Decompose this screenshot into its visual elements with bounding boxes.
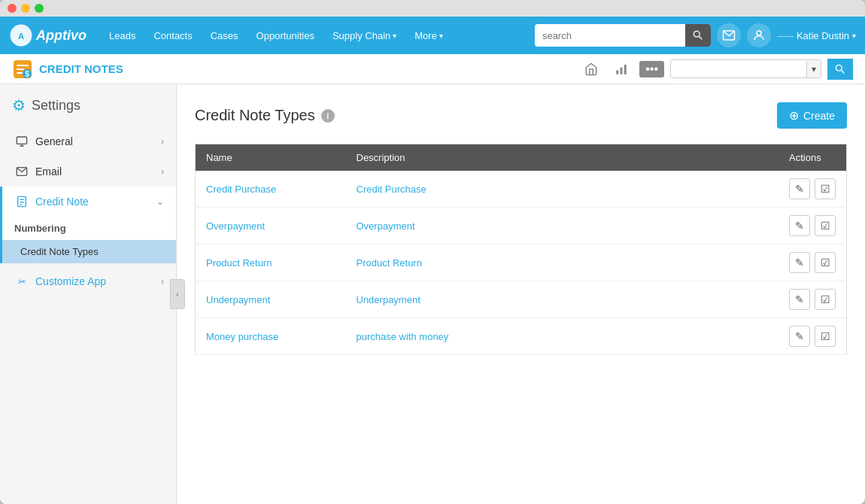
tools-icon: ✂ [14,274,29,289]
sub-header: $ CREDIT NOTES ••• [0,54,865,84]
sidebar: ⚙ Settings General › [0,84,177,504]
row-name-4[interactable]: Money purchase [196,318,346,355]
check-button-0[interactable]: ☑ [815,178,836,199]
table-row: Underpayment Underpayment ✎ ☑ [196,281,847,318]
svg-line-3 [699,36,702,39]
maximize-button[interactable] [35,4,44,13]
sub-search-wrap: ▾ [670,59,821,78]
info-icon[interactable]: i [321,109,335,123]
svg-line-16 [841,70,844,73]
search-input[interactable] [535,26,685,45]
nav-more[interactable]: More ▾ [407,26,451,46]
row-name-1[interactable]: Overpayment [196,208,346,244]
nav-opportunities[interactable]: Opportunities [249,26,322,46]
customize-chevron: › [161,276,164,287]
check-button-3[interactable]: ☑ [815,289,836,310]
user-menu[interactable]: —— Katie Dustin ▾ [777,30,856,41]
edit-button-3[interactable]: ✎ [789,289,810,310]
table-row: Product Return Product Return ✎ ☑ [196,244,847,281]
sidebar-item-customize[interactable]: ✂ Customize App › [0,266,176,296]
svg-text:A: A [18,32,24,41]
dots-button[interactable]: ••• [639,61,664,77]
sub-search-go[interactable] [827,59,853,80]
monitor-icon [14,134,29,149]
credit-notes-icon: $ [12,59,33,80]
svg-rect-7 [17,65,29,66]
svg-rect-13 [621,67,623,74]
sub-search-dropdown[interactable]: ▾ [806,61,821,77]
sidebar-item-general[interactable]: General › [0,126,176,156]
search-button[interactable] [685,24,711,47]
user-icon-btn[interactable] [747,23,771,47]
row-desc-4: purchase with money [346,318,779,355]
svg-rect-8 [17,68,24,70]
home-icon [584,62,598,76]
gear-icon: ⚙ [12,96,26,114]
close-button[interactable] [8,4,17,13]
col-description: Description [346,144,779,172]
home-icon-btn[interactable] [579,57,603,81]
nav-right: —— Katie Dustin ▾ [535,23,856,47]
sidebar-item-email[interactable]: Email › [0,156,176,187]
row-desc-2: Product Return [346,244,779,281]
sidebar-menu: General › Email › [0,126,176,296]
edit-button-1[interactable]: ✎ [789,215,810,236]
mail-icon [722,29,736,42]
title-bar [0,0,865,17]
chart-icon-btn[interactable] [609,57,633,81]
nav-leads[interactable]: Leads [102,26,143,46]
numbering-section: Numbering [2,217,176,240]
svg-rect-14 [624,65,627,74]
nav-cases[interactable]: Cases [203,26,246,46]
check-button-1[interactable]: ☑ [815,215,836,236]
supply-chain-caret: ▾ [393,32,396,40]
email-chevron: › [161,166,164,177]
edit-button-4[interactable]: ✎ [789,326,810,347]
edit-button-0[interactable]: ✎ [789,178,810,199]
nav-links: Leads Contacts Cases Opportunities Suppl… [102,26,535,46]
edit-button-2[interactable]: ✎ [789,252,810,273]
credit-note-types-table: Name Description Actions Credit Purchase… [195,144,847,355]
logo[interactable]: A Apptivo [9,23,86,47]
row-desc-1: Overpayment [346,208,779,244]
col-actions: Actions [778,144,847,172]
create-button[interactable]: ⊕ Create [777,102,847,129]
row-name-0[interactable]: Credit Purchase [196,171,346,208]
col-name: Name [196,144,346,172]
sidebar-collapse-btn[interactable]: ‹ [170,279,185,309]
general-chevron: › [161,136,164,147]
svg-point-15 [836,65,842,71]
svg-rect-17 [17,137,26,144]
row-name-3[interactable]: Underpayment [196,281,346,318]
check-button-4[interactable]: ☑ [815,326,836,347]
app-window: A Apptivo Leads Contacts Cases Opportuni… [0,0,865,504]
row-name-2[interactable]: Product Return [196,244,346,281]
sub-header-right: ••• ▾ [579,57,853,81]
user-caret: ▾ [852,32,856,40]
more-caret: ▾ [439,32,443,40]
submenu-credit-note-types[interactable]: Credit Note Types [2,240,176,263]
navbar: A Apptivo Leads Contacts Cases Opportuni… [0,17,865,54]
minimize-button[interactable] [21,4,30,13]
row-desc-0: Credit Purchase [346,171,779,208]
svg-text:$: $ [25,70,29,78]
table-body: Credit Purchase Credit Purchase ✎ ☑ Over… [196,171,847,355]
nav-contacts[interactable]: Contacts [146,26,199,46]
sidebar-item-credit-note[interactable]: Credit Note ⌄ [0,187,176,217]
search-bar [535,24,711,47]
credit-note-submenu: Numbering Credit Note Types [0,217,176,263]
nav-supply-chain[interactable]: Supply Chain ▾ [325,26,404,46]
credit-note-chevron: ⌄ [156,196,164,207]
credit-notes-title: $ CREDIT NOTES [12,59,123,80]
sub-search-input[interactable] [671,60,806,77]
content-area: Credit Note Types i ⊕ Create Name Descri… [177,84,865,504]
mail-icon-btn[interactable] [717,23,741,47]
sub-search-icon [835,64,845,74]
row-actions-3: ✎ ☑ [778,281,847,318]
chart-icon [615,62,628,76]
plus-icon: ⊕ [789,108,799,123]
row-actions-1: ✎ ☑ [778,208,847,244]
settings-header: ⚙ Settings [0,84,176,126]
user-icon [752,29,766,42]
check-button-2[interactable]: ☑ [815,252,836,273]
